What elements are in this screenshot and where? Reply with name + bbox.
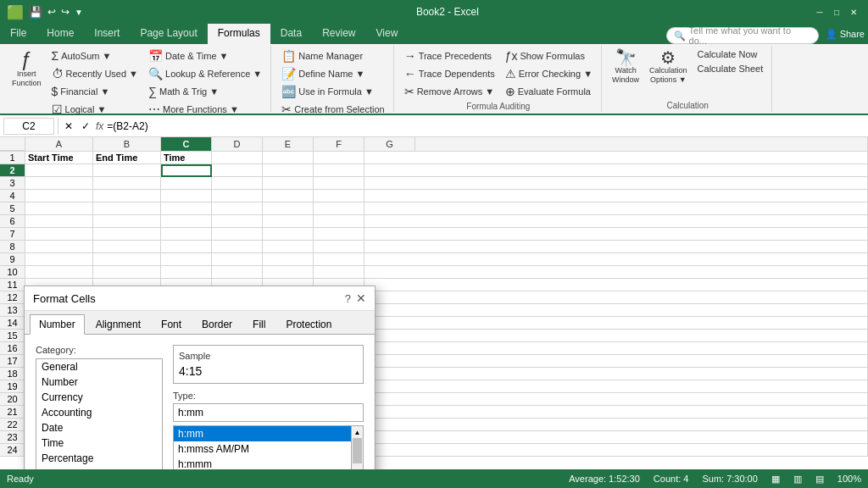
- col-header-g[interactable]: G: [364, 137, 415, 151]
- evaluate-formula-btn[interactable]: ⊕Evaluate Formula: [502, 83, 596, 100]
- cat-accounting[interactable]: Accounting: [36, 405, 162, 420]
- cell-g10[interactable]: [364, 266, 868, 279]
- cell-f8[interactable]: [314, 241, 364, 253]
- dialog-tab-alignment[interactable]: Alignment: [86, 314, 150, 334]
- cat-general[interactable]: General: [36, 359, 162, 374]
- cell-f5[interactable]: [314, 202, 364, 215]
- cell-d3[interactable]: [212, 177, 263, 190]
- cell-g23[interactable]: [364, 431, 868, 444]
- col-header-a[interactable]: A: [25, 137, 93, 151]
- tab-data[interactable]: Data: [270, 24, 312, 44]
- cell-a1[interactable]: Start Time: [25, 152, 93, 164]
- trace-dependents-btn[interactable]: ←Trace Dependents: [401, 65, 498, 82]
- col-header-d[interactable]: D: [212, 137, 263, 151]
- cell-g20[interactable]: [364, 393, 868, 406]
- insert-function-btn[interactable]: ƒ InsertFunction: [8, 47, 45, 90]
- cell-g3[interactable]: [364, 177, 868, 190]
- calculation-options-btn[interactable]: ⚙ CalculationOptions ▼: [646, 47, 691, 86]
- cell-g16[interactable]: [364, 342, 868, 355]
- autosum-btn[interactable]: ΣAutoSum ▼: [48, 47, 142, 64]
- share-btn[interactable]: 👤 Share: [826, 24, 865, 44]
- cell-f4[interactable]: [314, 190, 364, 202]
- define-name-btn[interactable]: 📝Define Name ▼: [278, 65, 387, 82]
- lookup-ref-btn[interactable]: 🔍Lookup & Reference ▼: [145, 65, 265, 82]
- cell-e9[interactable]: [263, 253, 314, 266]
- cell-f7[interactable]: [314, 228, 364, 241]
- cell-g5[interactable]: [364, 202, 868, 215]
- use-in-formula-btn[interactable]: 🔤Use in Formula ▼: [278, 83, 387, 100]
- cat-fraction[interactable]: Fraction: [36, 466, 162, 469]
- minimize-btn[interactable]: ─: [812, 4, 827, 19]
- quick-access-undo[interactable]: ↩: [47, 6, 56, 18]
- cell-c1[interactable]: Time: [161, 152, 212, 164]
- cell-g2[interactable]: [364, 164, 868, 177]
- cell-f2[interactable]: [314, 164, 364, 177]
- col-header-e[interactable]: E: [263, 137, 314, 151]
- cell-c4[interactable]: [161, 190, 212, 202]
- type-input[interactable]: [173, 403, 364, 422]
- tab-page-layout[interactable]: Page Layout: [130, 24, 207, 44]
- cell-a5[interactable]: [25, 202, 93, 215]
- category-list[interactable]: General Number Currency Accounting Date …: [36, 358, 163, 469]
- cell-b7[interactable]: [93, 228, 161, 241]
- calculate-sheet-btn[interactable]: Calculate Sheet: [694, 62, 767, 75]
- col-header-c[interactable]: C: [161, 137, 212, 151]
- cell-g14[interactable]: [364, 317, 868, 330]
- cell-c7[interactable]: [161, 228, 212, 241]
- dialog-tab-fill[interactable]: Fill: [243, 314, 275, 334]
- tab-home[interactable]: Home: [36, 24, 84, 44]
- financial-btn[interactable]: $Financial ▼: [48, 83, 142, 100]
- cell-e1[interactable]: [263, 152, 314, 164]
- dialog-tab-number[interactable]: Number: [30, 314, 85, 335]
- cell-b2[interactable]: [93, 164, 161, 177]
- cell-b5[interactable]: [93, 202, 161, 215]
- type-item-hmmm[interactable]: h:mmm: [174, 457, 351, 469]
- cell-g12[interactable]: [364, 291, 868, 304]
- cell-c9[interactable]: [161, 253, 212, 266]
- cell-e5[interactable]: [263, 202, 314, 215]
- maximize-btn[interactable]: □: [829, 4, 844, 19]
- cell-d6[interactable]: [212, 215, 263, 228]
- remove-arrows-btn[interactable]: ✂Remove Arrows ▼: [401, 83, 498, 100]
- accept-formula-icon[interactable]: ✓: [79, 119, 92, 133]
- cell-g21[interactable]: [364, 406, 868, 419]
- cell-d4[interactable]: [212, 190, 263, 202]
- cell-g17[interactable]: [364, 355, 868, 368]
- tab-review[interactable]: Review: [312, 24, 365, 44]
- close-btn[interactable]: ✕: [846, 4, 861, 19]
- cell-d7[interactable]: [212, 228, 263, 241]
- date-time-btn[interactable]: 📅Date & Time ▼: [145, 47, 265, 64]
- cat-percentage[interactable]: Percentage: [36, 451, 162, 466]
- dialog-tab-protection[interactable]: Protection: [276, 314, 341, 334]
- cell-f9[interactable]: [314, 253, 364, 266]
- cell-e10[interactable]: [263, 266, 314, 279]
- cell-reference-box[interactable]: [3, 118, 54, 135]
- quick-access-dropdown[interactable]: ▼: [75, 8, 83, 17]
- cell-g24[interactable]: [364, 444, 868, 457]
- cat-number[interactable]: Number: [36, 374, 162, 390]
- cell-c5[interactable]: [161, 202, 212, 215]
- quick-access-redo[interactable]: ↪: [61, 6, 70, 18]
- tab-view[interactable]: View: [366, 24, 409, 44]
- col-header-b[interactable]: B: [93, 137, 161, 151]
- cell-a9[interactable]: [25, 253, 93, 266]
- cell-f6[interactable]: [314, 215, 364, 228]
- cell-g4[interactable]: [364, 190, 868, 202]
- trace-precedents-btn[interactable]: →Trace Precedents: [401, 47, 498, 64]
- formula-input[interactable]: [107, 120, 865, 132]
- tab-insert[interactable]: Insert: [84, 24, 130, 44]
- calculate-now-btn[interactable]: Calculate Now: [694, 47, 767, 61]
- cell-b10[interactable]: [93, 266, 161, 279]
- cell-e7[interactable]: [263, 228, 314, 241]
- dialog-close-btn[interactable]: ✕: [356, 291, 366, 305]
- cell-g6[interactable]: [364, 215, 868, 228]
- name-manager-btn[interactable]: 📋Name Manager: [278, 47, 387, 64]
- cell-a2[interactable]: [25, 164, 93, 177]
- cell-e3[interactable]: [263, 177, 314, 190]
- dialog-help-btn[interactable]: ?: [345, 292, 351, 305]
- cell-d2[interactable]: [212, 164, 263, 177]
- cell-g15[interactable]: [364, 330, 868, 342]
- type-list-scrollbar[interactable]: ▲ ▼: [351, 426, 363, 469]
- cell-g1[interactable]: [364, 152, 868, 164]
- cell-d8[interactable]: [212, 241, 263, 253]
